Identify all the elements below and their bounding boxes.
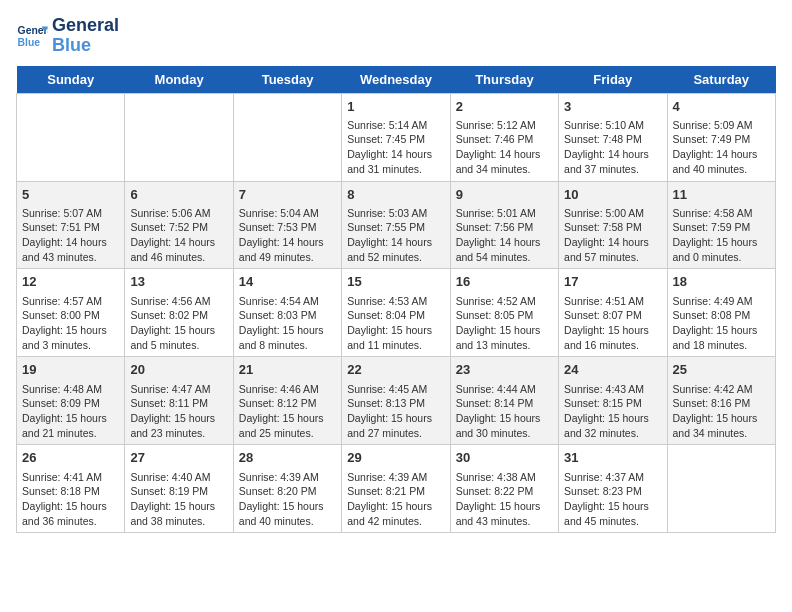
calendar-cell: 18Sunrise: 4:49 AM Sunset: 8:08 PM Dayli… — [667, 269, 775, 357]
cell-sun-info: Sunrise: 4:43 AM Sunset: 8:15 PM Dayligh… — [564, 382, 661, 441]
calendar-cell: 7Sunrise: 5:04 AM Sunset: 7:53 PM Daylig… — [233, 181, 341, 269]
calendar-cell: 11Sunrise: 4:58 AM Sunset: 7:59 PM Dayli… — [667, 181, 775, 269]
cell-sun-info: Sunrise: 4:52 AM Sunset: 8:05 PM Dayligh… — [456, 294, 553, 353]
date-number: 5 — [22, 186, 119, 204]
cell-sun-info: Sunrise: 4:47 AM Sunset: 8:11 PM Dayligh… — [130, 382, 227, 441]
calendar-cell: 20Sunrise: 4:47 AM Sunset: 8:11 PM Dayli… — [125, 357, 233, 445]
calendar-cell: 12Sunrise: 4:57 AM Sunset: 8:00 PM Dayli… — [17, 269, 125, 357]
page-header: General Blue General Blue — [16, 16, 776, 56]
date-number: 14 — [239, 273, 336, 291]
svg-text:Blue: Blue — [18, 36, 41, 47]
date-number: 29 — [347, 449, 444, 467]
calendar-cell: 13Sunrise: 4:56 AM Sunset: 8:02 PM Dayli… — [125, 269, 233, 357]
calendar-cell: 21Sunrise: 4:46 AM Sunset: 8:12 PM Dayli… — [233, 357, 341, 445]
date-number: 22 — [347, 361, 444, 379]
calendar-cell: 30Sunrise: 4:38 AM Sunset: 8:22 PM Dayli… — [450, 445, 558, 533]
calendar-cell: 22Sunrise: 4:45 AM Sunset: 8:13 PM Dayli… — [342, 357, 450, 445]
date-number: 13 — [130, 273, 227, 291]
weekday-header-sunday: Sunday — [17, 66, 125, 94]
date-number: 20 — [130, 361, 227, 379]
cell-sun-info: Sunrise: 4:39 AM Sunset: 8:21 PM Dayligh… — [347, 470, 444, 529]
calendar-cell: 31Sunrise: 4:37 AM Sunset: 8:23 PM Dayli… — [559, 445, 667, 533]
date-number: 23 — [456, 361, 553, 379]
date-number: 8 — [347, 186, 444, 204]
cell-sun-info: Sunrise: 5:07 AM Sunset: 7:51 PM Dayligh… — [22, 206, 119, 265]
logo: General Blue General Blue — [16, 16, 119, 56]
cell-sun-info: Sunrise: 4:48 AM Sunset: 8:09 PM Dayligh… — [22, 382, 119, 441]
cell-sun-info: Sunrise: 4:46 AM Sunset: 8:12 PM Dayligh… — [239, 382, 336, 441]
cell-sun-info: Sunrise: 5:01 AM Sunset: 7:56 PM Dayligh… — [456, 206, 553, 265]
calendar-cell — [125, 93, 233, 181]
calendar-cell: 24Sunrise: 4:43 AM Sunset: 8:15 PM Dayli… — [559, 357, 667, 445]
date-number: 28 — [239, 449, 336, 467]
cell-sun-info: Sunrise: 5:03 AM Sunset: 7:55 PM Dayligh… — [347, 206, 444, 265]
date-number: 17 — [564, 273, 661, 291]
cell-sun-info: Sunrise: 4:58 AM Sunset: 7:59 PM Dayligh… — [673, 206, 770, 265]
date-number: 12 — [22, 273, 119, 291]
date-number: 30 — [456, 449, 553, 467]
logo-icon: General Blue — [16, 20, 48, 52]
cell-sun-info: Sunrise: 4:40 AM Sunset: 8:19 PM Dayligh… — [130, 470, 227, 529]
calendar-cell: 25Sunrise: 4:42 AM Sunset: 8:16 PM Dayli… — [667, 357, 775, 445]
date-number: 19 — [22, 361, 119, 379]
calendar-cell: 17Sunrise: 4:51 AM Sunset: 8:07 PM Dayli… — [559, 269, 667, 357]
cell-sun-info: Sunrise: 4:49 AM Sunset: 8:08 PM Dayligh… — [673, 294, 770, 353]
calendar-cell: 19Sunrise: 4:48 AM Sunset: 8:09 PM Dayli… — [17, 357, 125, 445]
cell-sun-info: Sunrise: 4:53 AM Sunset: 8:04 PM Dayligh… — [347, 294, 444, 353]
date-number: 24 — [564, 361, 661, 379]
cell-sun-info: Sunrise: 5:10 AM Sunset: 7:48 PM Dayligh… — [564, 118, 661, 177]
cell-sun-info: Sunrise: 4:39 AM Sunset: 8:20 PM Dayligh… — [239, 470, 336, 529]
calendar-cell: 29Sunrise: 4:39 AM Sunset: 8:21 PM Dayli… — [342, 445, 450, 533]
calendar-cell: 5Sunrise: 5:07 AM Sunset: 7:51 PM Daylig… — [17, 181, 125, 269]
calendar-cell: 1Sunrise: 5:14 AM Sunset: 7:45 PM Daylig… — [342, 93, 450, 181]
date-number: 27 — [130, 449, 227, 467]
cell-sun-info: Sunrise: 4:56 AM Sunset: 8:02 PM Dayligh… — [130, 294, 227, 353]
calendar-week-row: 19Sunrise: 4:48 AM Sunset: 8:09 PM Dayli… — [17, 357, 776, 445]
cell-sun-info: Sunrise: 4:51 AM Sunset: 8:07 PM Dayligh… — [564, 294, 661, 353]
date-number: 4 — [673, 98, 770, 116]
weekday-header-friday: Friday — [559, 66, 667, 94]
cell-sun-info: Sunrise: 5:09 AM Sunset: 7:49 PM Dayligh… — [673, 118, 770, 177]
date-number: 25 — [673, 361, 770, 379]
calendar-cell: 9Sunrise: 5:01 AM Sunset: 7:56 PM Daylig… — [450, 181, 558, 269]
weekday-header-tuesday: Tuesday — [233, 66, 341, 94]
date-number: 21 — [239, 361, 336, 379]
calendar-cell: 8Sunrise: 5:03 AM Sunset: 7:55 PM Daylig… — [342, 181, 450, 269]
date-number: 11 — [673, 186, 770, 204]
calendar-cell: 23Sunrise: 4:44 AM Sunset: 8:14 PM Dayli… — [450, 357, 558, 445]
calendar-cell: 16Sunrise: 4:52 AM Sunset: 8:05 PM Dayli… — [450, 269, 558, 357]
cell-sun-info: Sunrise: 5:04 AM Sunset: 7:53 PM Dayligh… — [239, 206, 336, 265]
date-number: 10 — [564, 186, 661, 204]
calendar-cell: 4Sunrise: 5:09 AM Sunset: 7:49 PM Daylig… — [667, 93, 775, 181]
calendar-cell: 6Sunrise: 5:06 AM Sunset: 7:52 PM Daylig… — [125, 181, 233, 269]
weekday-header-thursday: Thursday — [450, 66, 558, 94]
date-number: 18 — [673, 273, 770, 291]
date-number: 31 — [564, 449, 661, 467]
date-number: 1 — [347, 98, 444, 116]
weekday-header-monday: Monday — [125, 66, 233, 94]
calendar-cell: 14Sunrise: 4:54 AM Sunset: 8:03 PM Dayli… — [233, 269, 341, 357]
cell-sun-info: Sunrise: 5:06 AM Sunset: 7:52 PM Dayligh… — [130, 206, 227, 265]
calendar-cell — [667, 445, 775, 533]
date-number: 2 — [456, 98, 553, 116]
calendar-table: SundayMondayTuesdayWednesdayThursdayFrid… — [16, 66, 776, 534]
calendar-cell — [17, 93, 125, 181]
cell-sun-info: Sunrise: 5:14 AM Sunset: 7:45 PM Dayligh… — [347, 118, 444, 177]
calendar-cell: 27Sunrise: 4:40 AM Sunset: 8:19 PM Dayli… — [125, 445, 233, 533]
calendar-week-row: 12Sunrise: 4:57 AM Sunset: 8:00 PM Dayli… — [17, 269, 776, 357]
date-number: 6 — [130, 186, 227, 204]
calendar-cell: 26Sunrise: 4:41 AM Sunset: 8:18 PM Dayli… — [17, 445, 125, 533]
cell-sun-info: Sunrise: 5:12 AM Sunset: 7:46 PM Dayligh… — [456, 118, 553, 177]
calendar-week-row: 5Sunrise: 5:07 AM Sunset: 7:51 PM Daylig… — [17, 181, 776, 269]
calendar-cell: 15Sunrise: 4:53 AM Sunset: 8:04 PM Dayli… — [342, 269, 450, 357]
cell-sun-info: Sunrise: 4:41 AM Sunset: 8:18 PM Dayligh… — [22, 470, 119, 529]
calendar-cell: 3Sunrise: 5:10 AM Sunset: 7:48 PM Daylig… — [559, 93, 667, 181]
calendar-cell — [233, 93, 341, 181]
weekday-header-saturday: Saturday — [667, 66, 775, 94]
weekday-header-wednesday: Wednesday — [342, 66, 450, 94]
calendar-cell: 10Sunrise: 5:00 AM Sunset: 7:58 PM Dayli… — [559, 181, 667, 269]
cell-sun-info: Sunrise: 4:54 AM Sunset: 8:03 PM Dayligh… — [239, 294, 336, 353]
date-number: 15 — [347, 273, 444, 291]
cell-sun-info: Sunrise: 5:00 AM Sunset: 7:58 PM Dayligh… — [564, 206, 661, 265]
cell-sun-info: Sunrise: 4:38 AM Sunset: 8:22 PM Dayligh… — [456, 470, 553, 529]
